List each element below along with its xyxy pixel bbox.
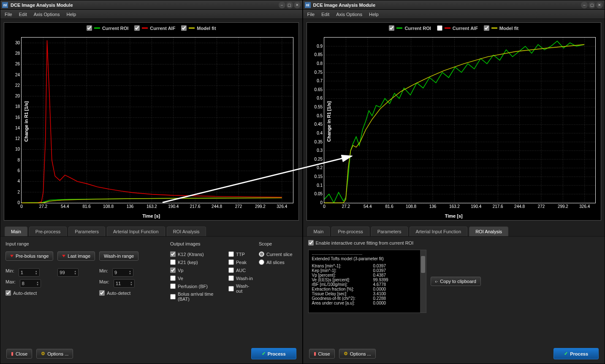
svg-text:190.4: 190.4 — [471, 204, 481, 209]
svg-text:272: 272 — [537, 204, 545, 209]
out-vp[interactable]: Vp — [170, 267, 224, 273]
copy-clipboard-button[interactable]: ‹·Copy to clipboard — [431, 277, 481, 286]
wash-in-button[interactable]: Wash-in range — [99, 251, 138, 261]
x-axis-label: Time [s] — [142, 213, 160, 218]
last-image-button[interactable]: Last image — [57, 251, 95, 261]
out-bat[interactable]: Bolus arrival time (BAT) — [170, 291, 224, 302]
pre-bolus-button[interactable]: Pre-bolus range — [5, 251, 53, 261]
svg-text:163.2: 163.2 — [449, 204, 459, 209]
close-button[interactable]: ▮Close — [309, 349, 335, 359]
tab-parameters[interactable]: Parameters — [68, 226, 105, 236]
menu-help[interactable]: Help — [64, 11, 79, 18]
tab-roi-analysis[interactable]: ROI Analysis — [167, 226, 206, 236]
out-k21[interactable]: K21 (kep) — [170, 259, 224, 265]
menu-help[interactable]: Help — [366, 11, 381, 18]
legend-roi[interactable]: Current ROI — [87, 25, 128, 31]
scope-all[interactable]: All slices — [259, 259, 293, 265]
svg-text:0: 0 — [320, 200, 323, 205]
svg-text:0.8: 0.8 — [317, 61, 323, 66]
tabs-left: Main Pre-process Parameters Arterial Inp… — [0, 224, 302, 237]
gear-icon: ⚙ — [344, 351, 348, 356]
svg-text:0.3: 0.3 — [317, 148, 323, 153]
svg-text:54.4: 54.4 — [61, 204, 69, 209]
close-icon[interactable]: ✕ — [596, 2, 603, 8]
svg-text:272: 272 — [235, 204, 242, 209]
out-k12[interactable]: K12 (Ktrans) — [170, 251, 224, 257]
chart-legend: Current ROI Current AIF Model fit — [4, 23, 298, 33]
out-washin[interactable]: Wash-in — [228, 275, 255, 281]
min-label: Min: — [5, 268, 14, 273]
triangle-down-icon — [62, 255, 65, 257]
scope-title: Scope — [259, 241, 293, 246]
last-image-input[interactable]: 99▲▼ — [57, 268, 79, 277]
out-ttp[interactable]: TTP — [228, 251, 255, 257]
legend-fit[interactable]: Model fit — [181, 25, 216, 31]
svg-text:0: 0 — [323, 204, 326, 209]
menubar: File Edit Axis Options Help — [303, 10, 605, 19]
tab-aif[interactable]: Arterial Input Function — [107, 226, 165, 236]
menu-axis-options[interactable]: Axis Options — [334, 11, 365, 18]
model-header: Extended Tofts model (3-parameter fit) — [312, 256, 423, 261]
legend-roi[interactable]: Current ROI — [389, 25, 431, 31]
enable-fit-checkbox[interactable]: Enable interactive curve fitting from cu… — [308, 240, 600, 245]
tab-preprocess[interactable]: Pre-process — [29, 226, 67, 236]
svg-text:0.75: 0.75 — [314, 70, 323, 75]
tab-parameters[interactable]: Parameters — [371, 226, 408, 236]
svg-text:27.2: 27.2 — [342, 204, 350, 209]
titlebar[interactable]: nI DCE Image Analysis Module – ▢ ✕ — [0, 0, 302, 10]
legend-aif[interactable]: Current AIF — [134, 25, 175, 31]
out-perf[interactable]: Perfusion (BF) — [170, 283, 224, 289]
close-icon[interactable]: ✕ — [294, 2, 301, 8]
check-icon: ✓ — [564, 351, 568, 356]
out-peak[interactable]: Peak — [228, 259, 255, 265]
auto-detect-pre[interactable]: Auto-detect — [5, 290, 53, 296]
plot-svg-left: 027.254.481.6108.8136163.2190.4217.6244.… — [22, 38, 293, 203]
svg-text:108.8: 108.8 — [103, 204, 114, 209]
legend-fit[interactable]: Model fit — [484, 25, 518, 31]
menu-file[interactable]: File — [305, 11, 317, 18]
minimize-icon[interactable]: – — [581, 2, 588, 8]
titlebar[interactable]: nI DCE Image Analysis Module – ▢ ✕ — [303, 0, 605, 10]
tab-main[interactable]: Main — [307, 226, 330, 236]
scope-current[interactable]: Current slice — [259, 251, 293, 257]
x-axis-label: Time [s] — [445, 213, 463, 218]
menu-file[interactable]: File — [2, 11, 15, 18]
process-button[interactable]: ✓Process — [553, 348, 599, 359]
wash-max-input[interactable]: 11▲▼ — [114, 279, 135, 288]
tab-roi-analysis[interactable]: ROI Analysis — [469, 226, 508, 236]
roi-panel: Enable interactive curve fitting from cu… — [303, 237, 605, 344]
out-auc[interactable]: AUC — [228, 267, 255, 273]
chart-left: Current ROI Current AIF Model fit Change… — [4, 22, 299, 221]
menu-edit[interactable]: Edit — [16, 11, 30, 18]
results-box[interactable]: ------------------------------------ Ext… — [308, 250, 426, 313]
maximize-icon[interactable]: ▢ — [589, 2, 595, 8]
out-ve[interactable]: Ve — [170, 275, 224, 281]
svg-text:0.15: 0.15 — [314, 174, 323, 179]
pre-min-input[interactable]: 1▲▼ — [19, 268, 40, 277]
svg-text:30: 30 — [15, 40, 20, 45]
tab-main[interactable]: Main — [5, 226, 27, 236]
options-button[interactable]: ⚙Options ... — [36, 349, 73, 359]
svg-text:326.4: 326.4 — [579, 204, 590, 209]
main-panel: Input range Pre-bolus range Min:1▲▼ Max:… — [0, 237, 302, 344]
out-washout[interactable]: Wash-out — [228, 283, 255, 294]
legend-aif[interactable]: Current AIF — [437, 25, 478, 31]
tab-preprocess[interactable]: Pre-process — [331, 226, 369, 236]
svg-text:0.05: 0.05 — [314, 191, 323, 196]
close-button[interactable]: ▮Close — [6, 349, 32, 359]
tab-aif[interactable]: Arterial Input Function — [410, 226, 468, 236]
door-icon: ▮ — [314, 351, 316, 356]
maximize-icon[interactable]: ▢ — [286, 2, 293, 8]
pre-max-input[interactable]: 8▲▼ — [20, 279, 41, 288]
process-button[interactable]: ✓Process — [251, 348, 296, 359]
menu-edit[interactable]: Edit — [319, 11, 332, 18]
menu-axis-options[interactable]: Axis Options — [31, 11, 62, 18]
svg-text:0.2: 0.2 — [317, 165, 323, 170]
app-icon: nI — [305, 2, 311, 8]
scrollbar[interactable] — [420, 250, 426, 313]
wash-min-input[interactable]: 9▲▼ — [112, 268, 133, 277]
options-button[interactable]: ⚙Options ... — [339, 349, 376, 359]
minimize-icon[interactable]: – — [279, 2, 285, 8]
svg-text:4: 4 — [17, 179, 20, 183]
auto-detect-wash[interactable]: Auto-detect — [99, 290, 138, 296]
